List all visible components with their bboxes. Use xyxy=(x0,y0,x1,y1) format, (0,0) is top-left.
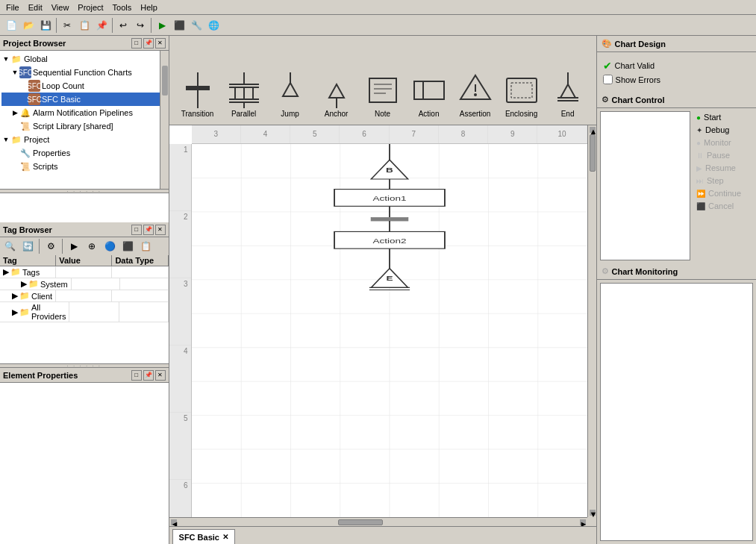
ctrl-btn-start[interactable]: ● Start xyxy=(693,111,753,123)
ctrl-btn-cancel[interactable]: ⬛ Cancel xyxy=(693,200,753,212)
tag-row-all-providers[interactable]: ▶ 📁 All Providers xyxy=(0,302,169,322)
scroll-thumb-h[interactable] xyxy=(338,519,383,525)
undo-button[interactable]: ↩ xyxy=(115,17,131,34)
menu-file[interactable]: File xyxy=(1,1,24,13)
tree-scrollbar[interactable] xyxy=(160,51,169,189)
project-browser-pin[interactable]: 📌 xyxy=(143,38,154,49)
step-icon: ⏭ xyxy=(696,177,704,185)
chart-control-title: Chart Control xyxy=(612,96,665,104)
start-icon: ● xyxy=(696,113,701,122)
expand-icon-tags: ▶ xyxy=(3,267,9,277)
col-tag: Tag xyxy=(0,255,56,266)
tag-browser-close[interactable]: ✕ xyxy=(155,225,166,235)
project-browser-resize[interactable]: · · · · · · xyxy=(0,189,169,193)
ctrl-btn-pause[interactable]: ⏸ Pause xyxy=(693,149,753,161)
tree-label-project: Project xyxy=(24,135,49,144)
gateway-button[interactable]: 🌐 xyxy=(205,17,222,34)
tag-row-system[interactable]: ▶ 📁 System xyxy=(0,278,169,290)
menu-view[interactable]: View xyxy=(47,1,74,13)
sfc-tool-end[interactable]: End xyxy=(546,69,590,122)
scroll-up-button[interactable]: ▲ xyxy=(590,127,596,133)
menu-help[interactable]: Help xyxy=(136,1,162,13)
script-icon: 📜 xyxy=(19,120,31,132)
open-button[interactable]: 📂 xyxy=(20,17,37,34)
expand-arrow-project: ▼ xyxy=(1,136,10,143)
tree-item-alarm[interactable]: ▶ 🔔 Alarm Notification Pipelines xyxy=(1,106,167,119)
sfc-tool-action[interactable]: Action xyxy=(407,69,452,122)
toolbar-sep-2 xyxy=(112,18,113,33)
sfc-tool-enclosing[interactable]: Enclosing xyxy=(499,69,544,122)
tag-cell-all-providers: ▶ 📁 All Providers xyxy=(0,302,69,322)
props-icon: 🔧 xyxy=(19,147,31,159)
tree-item-global[interactable]: ▼ 📁 Global xyxy=(1,52,167,66)
scroll-left-button[interactable]: ◄ xyxy=(171,519,177,525)
tag-action5-button[interactable]: 📋 xyxy=(137,238,154,254)
tag-refresh-button[interactable]: 🔄 xyxy=(19,238,36,254)
tag-browser-pin[interactable]: 📌 xyxy=(143,225,154,235)
tab-close-button[interactable]: ✕ xyxy=(222,533,228,541)
sfc-tool-assertion[interactable]: Assertion xyxy=(453,69,498,122)
tree-label-loop: Loop Count xyxy=(42,81,84,90)
tree-item-sfc-basic[interactable]: SFC SFC Basic xyxy=(1,93,167,106)
tag-action1-button[interactable]: ▶ xyxy=(66,238,82,254)
chart-valid-row: ✔ Chart Valid xyxy=(603,58,750,73)
tag-browser-restore[interactable]: □ xyxy=(131,225,142,235)
ctrl-btn-continue[interactable]: ⏩ Continue xyxy=(693,187,753,199)
chart-control-monitor xyxy=(600,111,690,260)
tag-action3-button[interactable]: 🔵 xyxy=(101,238,118,254)
copy-button[interactable]: 📋 xyxy=(76,17,93,34)
ctrl-btn-step[interactable]: ⏭ Step xyxy=(693,175,753,187)
tag-type-button[interactable]: ⚙ xyxy=(43,238,59,254)
tree-label-global: Global xyxy=(24,54,48,63)
menu-project[interactable]: Project xyxy=(73,1,107,13)
tag-row-tags[interactable]: ▶ 📁 Tags xyxy=(0,266,169,278)
tab-sfc-basic[interactable]: SFC Basic ✕ xyxy=(172,529,235,544)
sfc-tool-parallel[interactable]: Parallel xyxy=(222,69,266,122)
canvas-area[interactable]: 1 2 3 4 5 6 7 8 9 10 11 3 4 5 6 xyxy=(169,125,587,517)
col-num-4: 4 xyxy=(241,125,290,143)
ctrl-btn-debug[interactable]: ✦ Debug xyxy=(693,124,753,136)
scroll-down-button[interactable]: ▼ xyxy=(590,510,596,516)
tree-item-script[interactable]: 📜 Script Library [shared] xyxy=(1,119,167,133)
tag-value-system xyxy=(72,278,120,290)
sfc-tool-transition[interactable]: Transition xyxy=(175,69,220,122)
tag-search-button[interactable]: 🔍 xyxy=(1,238,18,254)
ctrl-btn-resume[interactable]: ▶ Resume xyxy=(693,162,753,174)
sfc-tool-note[interactable]: Note xyxy=(360,69,405,122)
tree-item-sfc[interactable]: ▼ SFC Sequential Function Charts xyxy=(1,66,167,79)
project-browser-restore[interactable]: □ xyxy=(131,38,142,49)
svg-rect-20 xyxy=(414,81,444,99)
tag-action4-button[interactable]: ⬛ xyxy=(119,238,136,254)
new-button[interactable]: 📄 xyxy=(3,17,19,34)
redo-button[interactable]: ↪ xyxy=(132,17,149,34)
sfc-tool-jump[interactable]: Jump xyxy=(268,69,313,122)
tree-item-props[interactable]: 🔧 Properties xyxy=(1,146,167,160)
tree-item-loop-count[interactable]: SFC Loop Count xyxy=(1,79,167,93)
elem-props-restore[interactable]: □ xyxy=(131,370,142,381)
canvas-scrollbar-v[interactable]: ▲ ▼ xyxy=(587,125,596,517)
cancel-icon: ⬛ xyxy=(696,202,705,210)
sfc-tool-anchor[interactable]: Anchor xyxy=(314,69,359,122)
tree-label-sfc: Sequential Function Charts xyxy=(33,68,132,77)
menu-tools[interactable]: Tools xyxy=(108,1,137,13)
elem-props-close[interactable]: ✕ xyxy=(155,370,166,381)
scroll-thumb-v[interactable] xyxy=(590,134,596,172)
stop-button[interactable]: ⬛ xyxy=(171,17,187,34)
elem-props-pin[interactable]: 📌 xyxy=(143,370,154,381)
paste-button[interactable]: 📌 xyxy=(93,17,110,34)
chart-design-icon: 🎨 xyxy=(602,39,612,49)
designer-button[interactable]: 🔧 xyxy=(188,17,204,34)
run-button[interactable]: ▶ xyxy=(154,17,170,34)
show-errors-checkbox[interactable] xyxy=(603,75,613,84)
project-browser-close[interactable]: ✕ xyxy=(155,38,166,49)
tag-action2-button[interactable]: ⊕ xyxy=(84,238,100,254)
cut-button[interactable]: ✂ xyxy=(59,17,75,34)
save-button[interactable]: 💾 xyxy=(37,17,54,34)
menu-edit[interactable]: Edit xyxy=(24,1,47,13)
scroll-right-button[interactable]: ► xyxy=(580,519,586,525)
tree-item-scripts[interactable]: 📜 Scripts xyxy=(1,160,167,173)
canvas-scrollbar-h[interactable]: ◄ ► xyxy=(169,517,587,526)
tag-row-client[interactable]: ▶ 📁 Client xyxy=(0,290,169,302)
ctrl-btn-monitor[interactable]: ● Monitor xyxy=(693,137,753,148)
tree-item-project[interactable]: ▼ 📁 Project xyxy=(1,133,167,146)
